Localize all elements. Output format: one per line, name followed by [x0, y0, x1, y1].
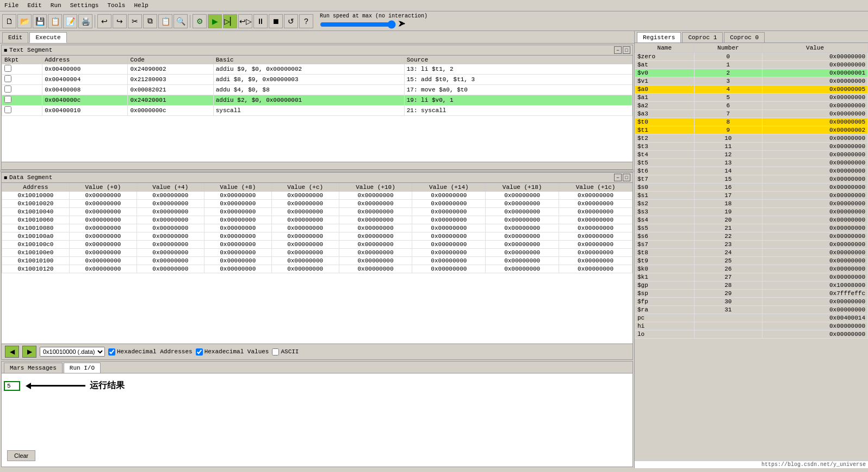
find-button[interactable]: 🔍: [173, 14, 188, 28]
save-button[interactable]: 💾: [33, 14, 47, 28]
source-cell: 13: li $t1, 2: [404, 64, 632, 75]
reg-table-row: $s0 16 0x00000000: [635, 183, 868, 192]
reg-table-container[interactable]: Name Number Value $zero 0 0x00000000 $at…: [635, 43, 868, 461]
data-val-cell: 0x00000000: [339, 241, 412, 249]
assemble-button[interactable]: ⚙: [193, 14, 207, 28]
copy-button[interactable]: ⧉: [143, 14, 157, 28]
reg-number-cell: 9: [694, 126, 762, 134]
data-val-cell: 0x00000000: [271, 257, 339, 265]
bkpt-cell[interactable]: [2, 75, 42, 85]
reg-name-cell: $v1: [635, 77, 695, 85]
data-val-cell: 0x00000000: [137, 216, 204, 224]
bkpt-cell[interactable]: [2, 95, 42, 106]
run-button[interactable]: ▶: [208, 14, 222, 28]
data-val-cell: 0x00000000: [69, 200, 137, 208]
bkpt-cell[interactable]: [2, 106, 42, 116]
data-val-cell: 0x00000000: [412, 224, 486, 232]
data-table-body: 0x100100000x000000000x000000000x00000000…: [2, 192, 633, 273]
reg-value-cell: 0x00000000: [762, 61, 868, 69]
redo-button[interactable]: ↪: [113, 14, 127, 28]
address-cell: 0x00400008: [42, 85, 128, 95]
menu-settings[interactable]: Settings: [66, 1, 103, 10]
reg-value-cell: 0x00000001: [762, 69, 868, 77]
step-button[interactable]: ▷▏: [223, 14, 237, 28]
print-button[interactable]: 🖨️: [78, 14, 92, 28]
reg-number-cell: 12: [694, 151, 762, 159]
data-val-cell: 0x00000000: [559, 208, 633, 216]
code-cell: 0x00082021: [128, 85, 213, 95]
reg-name-cell: $s7: [635, 241, 695, 249]
bkpt-checkbox[interactable]: [4, 96, 11, 103]
bkpt-checkbox[interactable]: [4, 75, 11, 82]
data-prev-btn[interactable]: ◀: [5, 346, 19, 358]
tab-coproc0[interactable]: Coproc 0: [724, 32, 765, 42]
data-next-btn[interactable]: ▶: [22, 346, 36, 358]
tab-registers[interactable]: Registers: [637, 32, 681, 42]
bkpt-checkbox[interactable]: [4, 65, 11, 72]
reg-number-cell: 30: [694, 298, 762, 306]
data-addr-cell: 0x10010120: [2, 265, 70, 273]
dump-button[interactable]: 📝: [63, 14, 77, 28]
menu-help[interactable]: Help: [129, 1, 152, 10]
help-toolbar-button[interactable]: ?: [299, 14, 313, 28]
cut-button[interactable]: ✂: [128, 14, 142, 28]
stop-button[interactable]: ⏹: [269, 14, 283, 28]
speed-slider[interactable]: [320, 21, 396, 28]
paste-button[interactable]: 📋: [158, 14, 172, 28]
reg-number-cell: 18: [694, 200, 762, 208]
pause-button[interactable]: ⏸: [253, 14, 268, 28]
data-seg-maximize[interactable]: □: [623, 174, 630, 181]
tab-coproc1[interactable]: Coproc 1: [682, 32, 723, 42]
menu-edit[interactable]: Edit: [23, 1, 46, 10]
reg-name-cell: $ra: [635, 306, 695, 314]
reg-number-cell: 15: [694, 175, 762, 183]
new-button[interactable]: 🗋: [2, 14, 16, 28]
data-table-container[interactable]: Address Value (+0) Value (+4) Value (+8)…: [2, 183, 633, 344]
reg-table-row: $s7 23 0x00000000: [635, 241, 868, 249]
reset-button[interactable]: ↺: [284, 14, 298, 28]
bkpt-cell[interactable]: [2, 64, 42, 75]
ascii-checkbox[interactable]: [272, 348, 279, 355]
tab-run-io[interactable]: Run I/O: [64, 363, 101, 373]
reg-number-cell: [694, 322, 762, 330]
hex-val-label[interactable]: Hexadecimal Values: [196, 348, 269, 355]
reg-name-cell: $gp: [635, 281, 695, 290]
text-seg-minimize[interactable]: −: [614, 46, 622, 54]
tab-execute[interactable]: Execute: [29, 32, 66, 43]
reg-value-cell: 0x00000002: [762, 126, 868, 134]
data-val-cell: 0x00000000: [486, 208, 559, 216]
undo-button[interactable]: ↩: [97, 14, 111, 28]
menu-run[interactable]: Run: [46, 1, 66, 10]
code-cell: 0x0000000c: [128, 106, 213, 116]
text-table-container[interactable]: Bkpt Address Code Basic Source 0x0040000…: [2, 56, 633, 162]
menu-file[interactable]: File: [0, 1, 23, 10]
bkpt-checkbox[interactable]: [4, 85, 11, 93]
hex-addr-checkbox[interactable]: [108, 348, 115, 355]
clear-button[interactable]: Clear: [7, 450, 35, 461]
bkpt-cell[interactable]: [2, 85, 42, 95]
hex-val-checkbox[interactable]: [196, 348, 203, 355]
reg-table-row: $t4 12 0x00000000: [635, 151, 868, 159]
menu-tools[interactable]: Tools: [103, 1, 129, 10]
data-seg-minimize[interactable]: −: [614, 174, 622, 181]
reg-number-cell: 3: [694, 77, 762, 85]
tab-mars-messages[interactable]: Mars Messages: [4, 363, 63, 373]
basic-cell: addiu $9, $0, 0x00000002: [213, 64, 404, 75]
data-address-select[interactable]: 0x10010000 (.data): [40, 347, 105, 357]
reg-name-cell: $t4: [635, 151, 695, 159]
reg-value-cell: 0x00000000: [762, 143, 868, 151]
ascii-label[interactable]: ASCII: [272, 348, 299, 355]
save-as-button[interactable]: 📋: [48, 14, 62, 28]
reg-name-cell: $s5: [635, 224, 695, 232]
reg-name-cell: $s4: [635, 216, 695, 224]
reg-name-cell: $s6: [635, 232, 695, 241]
backstep-button[interactable]: ↩▷: [238, 14, 252, 28]
basic-cell: syscall: [213, 106, 404, 116]
open-button[interactable]: 📂: [17, 14, 32, 28]
bkpt-checkbox[interactable]: [4, 106, 11, 113]
col-code: Code: [128, 56, 213, 64]
menu-bar: File Edit Run Settings Tools Help: [0, 0, 868, 11]
hex-addr-label[interactable]: Hexadecimal Addresses: [108, 348, 193, 355]
tab-edit[interactable]: Edit: [2, 32, 28, 43]
text-seg-maximize[interactable]: □: [623, 46, 630, 54]
